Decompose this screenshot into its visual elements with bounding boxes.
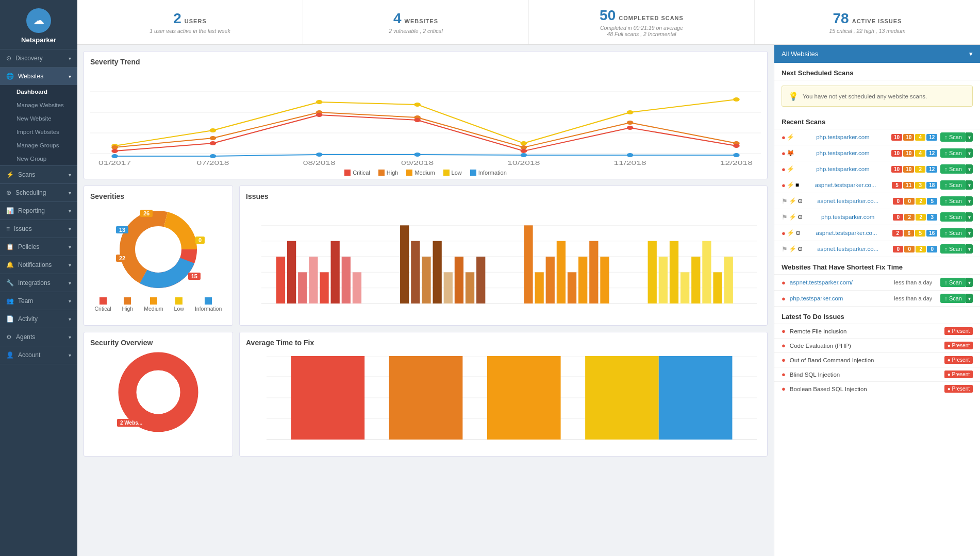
svg-point-9 [627, 153, 634, 157]
sidebar-item-policies[interactable]: 📋 Policies ▾ [0, 238, 77, 256]
badge-medium-5: 2 [916, 198, 926, 205]
scan-dropdown-7[interactable]: ▾ [966, 228, 973, 238]
badge-high-3: 10 [903, 166, 914, 173]
scan-dropdown-8[interactable]: ▾ [966, 244, 973, 254]
scan-icons-3: ● ⚡ [782, 165, 794, 173]
sidebar-item-websites[interactable]: 🌐 Websites ▾ [0, 68, 77, 85]
fix-critical-icon-2: ● [782, 295, 786, 302]
badge-high-2: 10 [903, 150, 914, 157]
sidebar-item-scans[interactable]: ⚡ Scans ▾ [0, 166, 77, 183]
stat-completed-scans: 50 COMPLETED SCANS Completed in 00:21:19… [529, 0, 755, 44]
svg-rect-89 [724, 257, 733, 304]
svg-text:11/2018: 11/2018 [614, 160, 646, 166]
sidebar-section-scheduling: ⊕ Scheduling ▾ [0, 184, 77, 202]
sidebar-sub-item-manage-websites[interactable]: Manage Websites [0, 98, 77, 112]
scan-button-8[interactable]: ↑ Scan [940, 244, 966, 254]
svg-rect-58 [276, 257, 285, 304]
fix-scan-button-2[interactable]: ↑ Scan [940, 294, 966, 303]
sidebar-item-notifications[interactable]: 🔔 Notifications ▾ [0, 256, 77, 274]
sidebar-item-label: Activity [18, 315, 38, 323]
sidebar-item-integrations[interactable]: 🔧 Integrations ▾ [0, 274, 77, 292]
svg-point-18 [111, 145, 118, 149]
scan-site-1: php.testsparker.com [798, 134, 888, 140]
svg-point-95 [137, 370, 180, 414]
scan-site-4: aspnet.testsparker.co... [802, 182, 889, 188]
sidebar-item-label: Policies [18, 243, 39, 250]
issue-name-2: Code Evaluation (PHP) [790, 343, 940, 349]
stat-scans-label: COMPLETED SCANS [619, 15, 684, 21]
team-icon: 👥 [6, 297, 14, 305]
chevron-down-icon: ▾ [69, 172, 71, 178]
donut-labels: Critical High Medium Low [90, 297, 226, 312]
websites-dropdown[interactable]: All Websites ▾ [774, 45, 980, 63]
scan-button-1[interactable]: ↑ Scan [940, 132, 966, 142]
legend-high: High [378, 170, 398, 176]
sidebar-item-issues[interactable]: ≡ Issues ▾ [0, 220, 77, 238]
scan-dropdown-3[interactable]: ▾ [966, 164, 973, 174]
sidebar-section-account: 👤 Account ▾ [0, 346, 77, 364]
chevron-down-icon: ▾ [69, 74, 71, 79]
information-color [470, 170, 476, 176]
trend-chart: 01/2017 07/2018 08/2018 09/2018 10/2018 … [90, 71, 761, 166]
chevron-down-icon: ▾ [69, 352, 71, 358]
sev-label-critical: Critical [95, 297, 111, 312]
sidebar-sub-item-manage-groups[interactable]: Manage Groups [0, 139, 77, 152]
sev-label-high: High [122, 297, 134, 312]
scan-button-5[interactable]: ↑ Scan [940, 196, 966, 206]
scan-dropdown-6[interactable]: ▾ [966, 212, 973, 222]
sidebar-sub-item-new-website[interactable]: New Website [0, 112, 77, 125]
agents-icon: ⚙ [6, 333, 12, 341]
sidebar-item-reporting[interactable]: 📊 Reporting ▾ [0, 202, 77, 220]
svg-point-12 [210, 128, 217, 132]
stats-bar: 2 USERS 1 user was active in the last we… [77, 0, 980, 45]
svg-text:08/2018: 08/2018 [303, 160, 336, 166]
badge-info-7: 16 [926, 230, 937, 237]
scan-button-3[interactable]: ↑ Scan [940, 164, 966, 174]
sidebar-sub-item-new-group[interactable]: New Group [0, 152, 77, 165]
svg-point-13 [316, 100, 323, 104]
sidebar-item-discovery[interactable]: ⊙ Discovery ▾ [0, 49, 77, 67]
scan-dropdown-1[interactable]: ▾ [966, 132, 973, 142]
scan-dropdown-4[interactable]: ▾ [966, 180, 973, 190]
fix-scan-dropdown-1[interactable]: ▾ [966, 278, 973, 287]
sidebar-sub-item-dashboard[interactable]: Dashboard [0, 85, 77, 98]
shortest-fix-title: Websites That Have Shortest Fix Time [774, 257, 980, 275]
svg-text:09/2018: 09/2018 [401, 160, 434, 166]
fix-scan-dropdown-2[interactable]: ▾ [966, 294, 973, 303]
websites-submenu: Dashboard Manage Websites New Website Im… [0, 85, 77, 165]
badge-info-3: 12 [926, 166, 937, 173]
badge-info-2: 12 [926, 150, 937, 157]
sidebar-item-team[interactable]: 👥 Team ▾ [0, 292, 77, 310]
fix-scan-btn-1: ↑ Scan ▾ [940, 278, 973, 287]
scan-button-2[interactable]: ↑ Scan [940, 148, 966, 158]
sidebar-item-agents[interactable]: ⚙ Agents ▾ [0, 328, 77, 346]
scan-button-4[interactable]: ↑ Scan [940, 180, 966, 190]
sidebar-item-label: Team [18, 297, 33, 305]
fix-scan-button-1[interactable]: ↑ Scan [940, 278, 966, 287]
sidebar-sub-item-import-websites[interactable]: Import Websites [0, 125, 77, 139]
notifications-icon: 🔔 [6, 261, 14, 268]
scan-row-8: ⚑ ⚡ ⊙ aspnet.testsparker.co... 0 0 2 0 ↑… [774, 241, 980, 257]
scan-button-6[interactable]: ↑ Scan [940, 212, 966, 222]
scan-dropdown-2[interactable]: ▾ [966, 148, 973, 158]
svg-rect-79 [578, 257, 587, 304]
scan-icons-2: ● 🦊 [782, 149, 794, 157]
sidebar-item-account[interactable]: 👤 Account ▾ [0, 346, 77, 364]
scan-row-6: ⚑ ⚡ ⊙ php.testsparker.com 0 2 2 3 ↑ Scan… [774, 209, 980, 225]
scan-button-7[interactable]: ↑ Scan [940, 228, 966, 238]
scan-site-7: aspnet.testsparker.co... [804, 230, 889, 236]
fix-row-1: ● aspnet.testsparker.com/ less than a da… [774, 275, 980, 291]
high-color [378, 170, 385, 176]
circle-icon-5: ⊙ [798, 197, 803, 205]
sidebar-section-reporting: 📊 Reporting ▾ [0, 202, 77, 220]
sidebar-item-scheduling[interactable]: ⊕ Scheduling ▾ [0, 184, 77, 201]
svg-text:10/2018: 10/2018 [507, 160, 540, 166]
sidebar-section-websites: 🌐 Websites ▾ Dashboard Manage Websites N… [0, 68, 77, 166]
content-area: Severity Trend [77, 45, 980, 556]
security-overview-title: Security Overview [90, 339, 226, 347]
main-panel: Severity Trend [77, 45, 774, 556]
issue-name-5: Boolean Based SQL Injection [790, 386, 940, 392]
sidebar-item-activity[interactable]: 📄 Activity ▾ [0, 310, 77, 328]
svg-rect-106 [389, 356, 463, 440]
scan-dropdown-5[interactable]: ▾ [966, 196, 973, 206]
